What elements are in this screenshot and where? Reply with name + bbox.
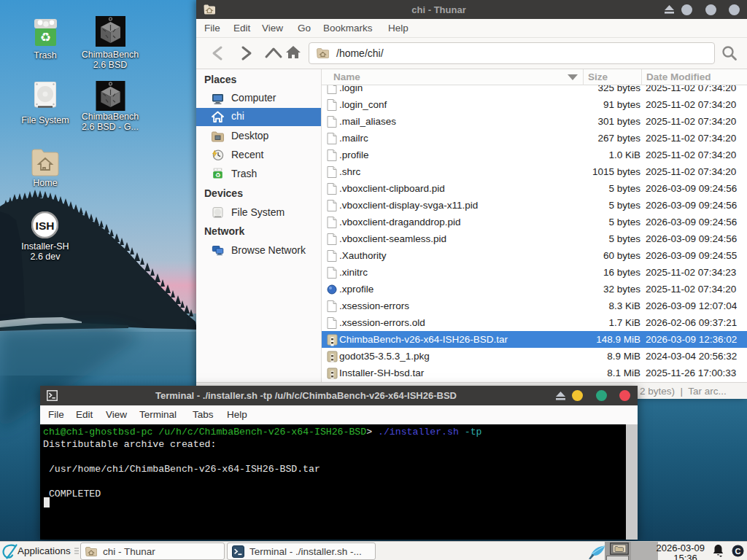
svg-text:ISH: ISH xyxy=(36,219,55,232)
svg-text:C: C xyxy=(735,547,741,556)
svg-text:♻: ♻ xyxy=(215,171,221,179)
svg-text:♻: ♻ xyxy=(40,31,51,44)
